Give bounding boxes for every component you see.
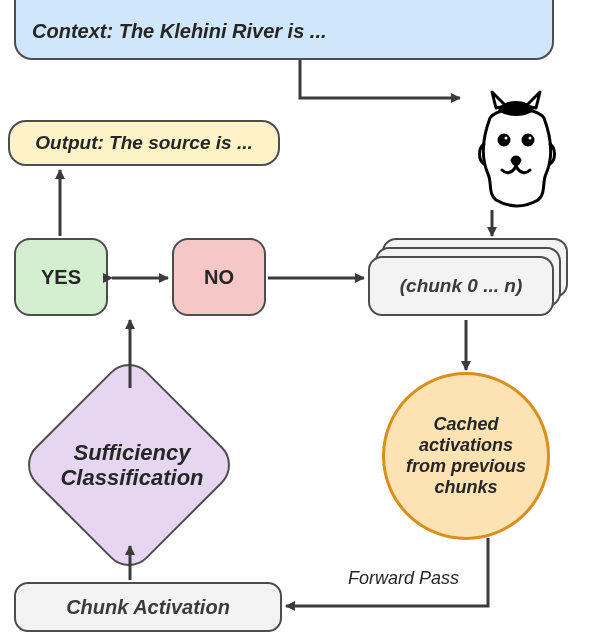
- circle-line1: Cached: [433, 414, 498, 434]
- chunk-card-front: (chunk 0 ... n): [368, 256, 554, 316]
- output-label: Output:: [35, 132, 104, 153]
- diamond-line1: Sufficiency: [74, 440, 191, 465]
- svg-point-0: [499, 135, 509, 145]
- sufficiency-diamond: Sufficiency Classification: [52, 370, 244, 562]
- svg-point-3: [529, 137, 532, 140]
- chunk-stack: (chunk 0 ... n): [368, 238, 568, 318]
- circle-line4: chunks: [434, 477, 497, 497]
- circle-line2: activations: [419, 435, 513, 455]
- diamond-text: Sufficiency Classification: [32, 440, 232, 491]
- circle-line3: from previous: [406, 456, 526, 476]
- yes-box: YES: [14, 238, 108, 316]
- forward-pass-label: Forward Pass: [348, 568, 459, 589]
- no-box: NO: [172, 238, 266, 316]
- context-label: Context:: [32, 20, 113, 42]
- output-text: The source is ...: [104, 132, 253, 153]
- yes-label: YES: [41, 266, 81, 289]
- cached-activations-circle: Cached activations from previous chunks: [382, 372, 550, 540]
- svg-point-1: [523, 135, 533, 145]
- output-box: Output: The source is ...: [8, 120, 280, 166]
- chunk-activation-label: Chunk Activation: [66, 596, 230, 619]
- diamond-line2: Classification: [60, 465, 203, 490]
- no-label: NO: [204, 266, 234, 289]
- context-box: Context: The Klehini River is ...: [14, 0, 554, 60]
- chunk-stack-label: (chunk 0 ... n): [400, 275, 522, 297]
- svg-point-2: [505, 137, 508, 140]
- arrow-context-to-llama: [300, 60, 460, 98]
- chunk-activation-box: Chunk Activation: [14, 582, 282, 632]
- llama-icon: [466, 90, 566, 210]
- context-text: The Klehini River is ...: [113, 20, 326, 42]
